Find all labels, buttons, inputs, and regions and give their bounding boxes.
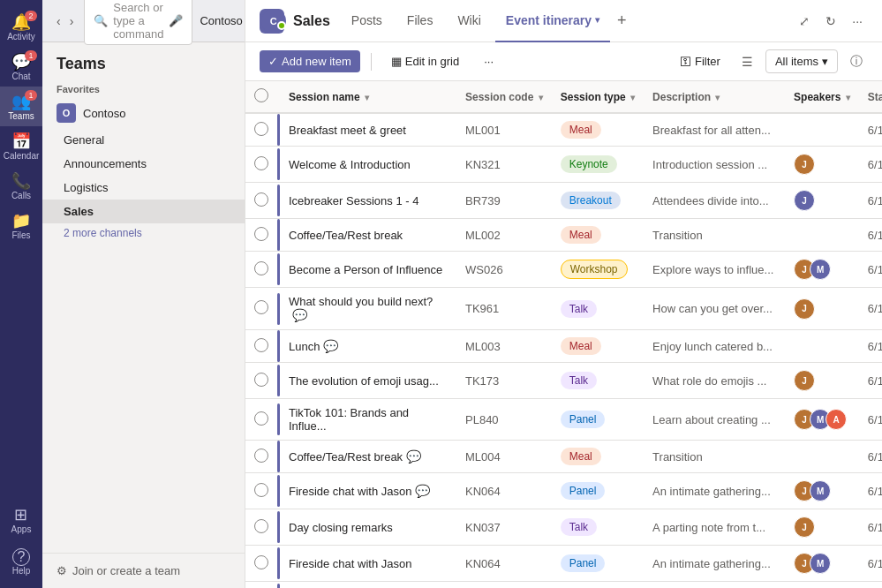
description-cell: An intimate gathering... (644, 546, 785, 582)
row-checkbox[interactable] (254, 122, 268, 136)
session-code-header[interactable]: Session code ▾ (456, 81, 552, 113)
description-header[interactable]: Description ▾ (644, 81, 785, 113)
table-row[interactable]: Breakfast meet & greet ML001 Meal Breakf… (245, 113, 882, 147)
more-channels-link[interactable]: 2 more channels (42, 223, 245, 243)
row-select-cell[interactable] (245, 441, 277, 473)
refresh-button[interactable]: ↻ (820, 11, 841, 32)
description-cell: A parting note from t... (644, 509, 785, 546)
row-checkbox[interactable] (254, 449, 268, 463)
list-view-button[interactable]: ☰ (736, 51, 758, 72)
session-name-cell[interactable]: Welcome & Introduction (280, 147, 456, 183)
row-select-cell[interactable] (245, 147, 277, 183)
row-select-cell[interactable] (245, 473, 277, 509)
row-checkbox[interactable] (254, 373, 268, 387)
forward-button[interactable]: › (66, 11, 78, 32)
session-name-cell[interactable]: Day closing remarks (280, 582, 456, 589)
sidebar-item-calls[interactable]: 📞 Calls (0, 166, 42, 206)
tab-event-itinerary[interactable]: Event itinerary ▾ (495, 0, 610, 42)
row-select-cell[interactable] (245, 183, 277, 219)
table-row[interactable]: What should you build next?💬 TK961 Talk … (245, 288, 882, 330)
channel-sales[interactable]: Sales (42, 200, 245, 223)
session-name-cell[interactable]: Become a Person of Influence (280, 252, 456, 288)
table-row[interactable]: Coffee/Tea/Rest break💬 ML004 Meal Transi… (245, 441, 882, 473)
search-box[interactable]: 🔍 Search or type a command 🎤 (84, 0, 192, 45)
table-row[interactable]: Fireside chat with Jason KN064 Panel An … (245, 546, 882, 582)
edit-in-grid-button[interactable]: ▦ Edit in grid (382, 50, 468, 72)
table-row[interactable]: Coffee/Tea/Rest break ML002 Meal Transit… (245, 219, 882, 252)
table-row[interactable]: Day closing remarks KN037 Talk A parting… (245, 509, 882, 546)
all-items-dropdown[interactable]: All items ▾ (765, 49, 838, 73)
channel-announcements[interactable]: Announcements (42, 152, 245, 176)
expand-button[interactable]: ⤢ (794, 11, 815, 32)
tab-files[interactable]: Files (396, 0, 444, 42)
row-checkbox[interactable] (254, 555, 268, 569)
row-select-cell[interactable] (245, 509, 277, 546)
row-checkbox[interactable] (254, 338, 268, 352)
session-name-header[interactable]: Session name ▾ (280, 81, 456, 113)
back-button[interactable]: ‹ (53, 11, 64, 32)
table-row[interactable]: The evolution of emoji usag... TK173 Tal… (245, 363, 882, 399)
session-type-header[interactable]: Session type ▾ (552, 81, 644, 113)
session-name-cell[interactable]: TikTok 101: Brands and Influe... (280, 399, 456, 441)
row-select-cell[interactable] (245, 546, 277, 582)
session-name-cell[interactable]: Lunch💬 (280, 330, 456, 363)
join-create-team[interactable]: ⚙ Join or create a team (42, 553, 245, 588)
session-name-cell[interactable]: Icebreaker Sessions 1 - 4 (280, 183, 456, 219)
start-header[interactable]: Sta... (859, 81, 882, 113)
row-select-cell[interactable] (245, 219, 277, 252)
row-checkbox[interactable] (254, 227, 268, 241)
speakers-header[interactable]: Speakers ▾ (785, 81, 859, 113)
row-select-cell[interactable] (245, 582, 277, 589)
tab-wiki[interactable]: Wiki (447, 0, 491, 42)
table-row[interactable]: Welcome & Introduction KN321 Keynote Int… (245, 147, 882, 183)
channel-logistics[interactable]: Logistics (42, 176, 245, 200)
select-all-checkbox[interactable] (254, 88, 268, 102)
toolbar-info-button[interactable]: ⓘ (845, 50, 868, 73)
more-toolbar-button[interactable]: ··· (475, 50, 502, 72)
filter-button[interactable]: ⚿ Filter (671, 50, 729, 72)
sidebar-item-calendar[interactable]: 📅 Calendar (0, 126, 42, 166)
contoso-item[interactable]: O Contoso (42, 98, 245, 128)
row-select-cell[interactable] (245, 113, 277, 147)
session-name-cell[interactable]: Coffee/Tea/Rest break (280, 219, 456, 252)
sidebar-item-teams[interactable]: 👥 Teams 1 (0, 87, 42, 126)
add-tab-button[interactable]: + (614, 8, 630, 34)
session-name-cell[interactable]: What should you build next?💬 (280, 288, 456, 330)
session-name-cell[interactable]: Fireside chat with Jason (280, 546, 456, 582)
row-checkbox[interactable] (254, 261, 268, 275)
row-checkbox[interactable] (254, 483, 268, 497)
select-all-header[interactable] (245, 81, 277, 113)
row-select-cell[interactable] (245, 363, 277, 399)
session-name-cell[interactable]: Fireside chat with Jason💬 (280, 473, 456, 509)
sidebar-item-files[interactable]: 📁 Files (0, 206, 42, 245)
session-name-cell[interactable]: Breakfast meet & greet (280, 113, 456, 147)
description-cell: Enjoy lunch catered b... (644, 330, 785, 363)
table-row[interactable]: Day closing remarks KN037 Talk A parting… (245, 582, 882, 589)
more-options-button[interactable]: ··· (847, 11, 868, 32)
add-new-item-button[interactable]: ✓ Add new item (260, 50, 360, 72)
row-checkbox[interactable] (254, 192, 268, 207)
session-name-cell[interactable]: Coffee/Tea/Rest break💬 (280, 441, 456, 473)
row-checkbox[interactable] (254, 156, 268, 170)
table-row[interactable]: Become a Person of Influence WS026 Works… (245, 252, 882, 288)
session-type-badge: Panel (561, 482, 606, 500)
channel-general[interactable]: General (42, 128, 245, 152)
session-name-cell[interactable]: Day closing remarks (280, 509, 456, 546)
sidebar-item-activity[interactable]: 🔔 Activity 2 (0, 7, 42, 47)
sidebar-item-chat[interactable]: 💬 Chat 1 (0, 47, 42, 87)
table-row[interactable]: Icebreaker Sessions 1 - 4 BR739 Breakout… (245, 183, 882, 219)
row-checkbox[interactable] (254, 519, 268, 533)
row-checkbox[interactable] (254, 411, 268, 426)
row-select-cell[interactable] (245, 399, 277, 441)
row-select-cell[interactable] (245, 252, 277, 288)
row-select-cell[interactable] (245, 288, 277, 330)
row-checkbox[interactable] (254, 300, 268, 314)
table-row[interactable]: Lunch💬 ML003 Meal Enjoy lunch catered b.… (245, 330, 882, 363)
table-row[interactable]: TikTok 101: Brands and Influe... PL840 P… (245, 399, 882, 441)
session-name-cell[interactable]: The evolution of emoji usag... (280, 363, 456, 399)
sidebar-item-apps[interactable]: ⊞ Apps (11, 500, 32, 539)
sidebar-item-help[interactable]: ? Help (11, 543, 32, 581)
table-row[interactable]: Fireside chat with Jason💬 KN064 Panel An… (245, 473, 882, 509)
row-select-cell[interactable] (245, 330, 277, 363)
tab-posts[interactable]: Posts (341, 0, 393, 42)
